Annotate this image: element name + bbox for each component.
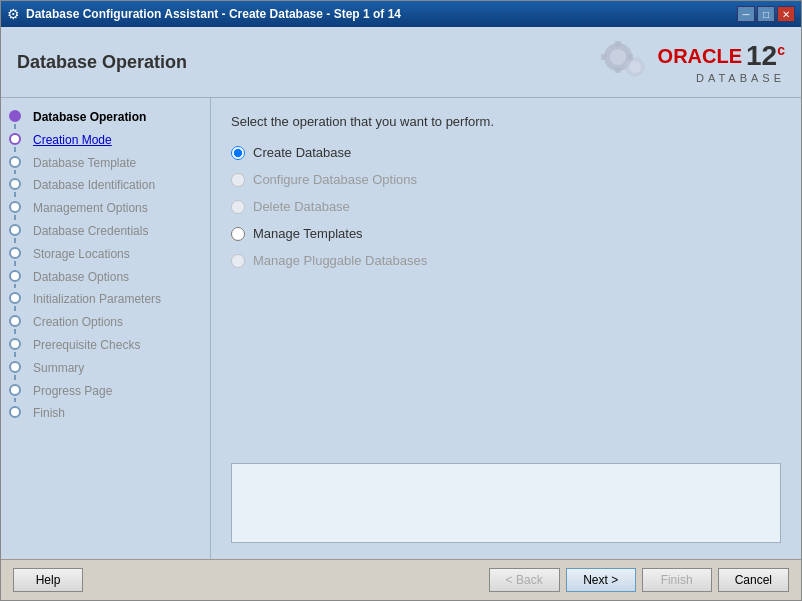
title-bar: ⚙ Database Configuration Assistant - Cre… [1,1,801,27]
oracle-database-label: DATABASE [696,72,785,84]
sidebar-item-initialization-parameters: Initialization Parameters [1,288,210,311]
label-delete-database: Delete Database [253,199,350,214]
sidebar-label-creation-options: Creation Options [29,311,210,334]
next-button[interactable]: Next > [566,568,636,592]
title-bar-left: ⚙ Database Configuration Assistant - Cre… [7,6,401,22]
radio-configure-database-options [231,173,245,187]
cancel-button[interactable]: Cancel [718,568,789,592]
svg-rect-6 [601,54,606,60]
radio-manage-templates[interactable] [231,227,245,241]
footer-left: Help [13,568,83,592]
app-icon: ⚙ [7,6,20,22]
step-dot-storage-locations [9,247,21,259]
sidebar-item-database-operation[interactable]: Database Operation [1,106,210,129]
step-dot-database-operation [9,110,21,122]
step-dot-database-template [9,156,21,168]
svg-point-3 [629,61,641,73]
sidebar-label-initialization-parameters: Initialization Parameters [29,288,210,311]
info-box [231,463,781,543]
label-manage-pluggable-databases: Manage Pluggable Databases [253,253,427,268]
step-dot-summary [9,361,21,373]
footer-right: < Back Next > Finish Cancel [489,568,789,592]
sidebar-item-database-credentials: Database Credentials [1,220,210,243]
sidebar-label-database-template: Database Template [29,152,210,175]
help-button[interactable]: Help [13,568,83,592]
step-dot-creation-mode [9,133,21,145]
main-content: Database Operation Creation Mode Databas… [1,98,801,559]
radio-item-manage-pluggable-databases: Manage Pluggable Databases [231,253,781,268]
sidebar-label-database-operation: Database Operation [29,106,210,129]
sidebar-item-finish: Finish [1,402,210,425]
svg-rect-4 [615,41,621,46]
minimize-button[interactable]: ─ [737,6,755,22]
step-dot-creation-options [9,315,21,327]
main-window: ⚙ Database Configuration Assistant - Cre… [0,0,802,601]
label-manage-templates[interactable]: Manage Templates [253,226,363,241]
svg-point-1 [610,49,626,65]
gear-decorative-icon [580,37,650,87]
sidebar-label-database-credentials: Database Credentials [29,220,210,243]
footer: Help < Back Next > Finish Cancel [1,559,801,600]
sidebar-label-progress-page: Progress Page [29,380,210,403]
oracle-branding: ORACLE 12c DATABASE [580,37,785,87]
radio-item-delete-database: Delete Database [231,199,781,214]
radio-item-create-database[interactable]: Create Database [231,145,781,160]
step-dot-progress-page [9,384,21,396]
sidebar-label-prerequisite-checks: Prerequisite Checks [29,334,210,357]
label-create-database[interactable]: Create Database [253,145,351,160]
svg-rect-7 [628,54,633,60]
window-title: Database Configuration Assistant - Creat… [26,7,401,21]
title-bar-buttons: ─ □ ✕ [737,6,795,22]
page-title: Database Operation [17,52,187,73]
sidebar-label-storage-locations: Storage Locations [29,243,210,266]
operation-radio-group: Create Database Configure Database Optio… [231,145,781,268]
step-dot-database-options [9,270,21,282]
step-dot-database-credentials [9,224,21,236]
step-dot-database-identification [9,178,21,190]
sidebar-item-database-options: Database Options [1,266,210,289]
radio-create-database[interactable] [231,146,245,160]
svg-rect-5 [615,68,621,73]
sidebar-item-database-template: Database Template [1,152,210,175]
sidebar-label-finish: Finish [29,402,210,425]
sidebar-label-management-options: Management Options [29,197,210,220]
sidebar-item-database-identification: Database Identification [1,174,210,197]
oracle-version: 12c [746,40,785,72]
sidebar-item-prerequisite-checks: Prerequisite Checks [1,334,210,357]
sidebar-item-creation-options: Creation Options [1,311,210,334]
back-button[interactable]: < Back [489,568,560,592]
sidebar-label-summary: Summary [29,357,210,380]
maximize-button[interactable]: □ [757,6,775,22]
step-dot-management-options [9,201,21,213]
step-dot-prerequisite-checks [9,338,21,350]
radio-manage-pluggable-databases [231,254,245,268]
sidebar-item-storage-locations: Storage Locations [1,243,210,266]
sidebar-label-creation-mode[interactable]: Creation Mode [29,129,210,152]
sidebar-label-database-identification: Database Identification [29,174,210,197]
radio-delete-database [231,200,245,214]
instruction-text: Select the operation that you want to pe… [231,114,781,129]
oracle-logo: ORACLE 12c DATABASE [658,40,785,84]
oracle-text: ORACLE [658,45,742,68]
sidebar-label-database-options: Database Options [29,266,210,289]
step-dot-initialization-parameters [9,292,21,304]
content-area: Select the operation that you want to pe… [211,98,801,559]
sidebar-item-management-options: Management Options [1,197,210,220]
label-configure-database-options: Configure Database Options [253,172,417,187]
sidebar-item-creation-mode[interactable]: Creation Mode [1,129,210,152]
close-button[interactable]: ✕ [777,6,795,22]
step-dot-finish [9,406,21,418]
page-header: Database Operation ORACLE 12c [1,27,801,98]
sidebar-item-summary: Summary [1,357,210,380]
sidebar: Database Operation Creation Mode Databas… [1,98,211,559]
finish-button[interactable]: Finish [642,568,712,592]
sidebar-item-progress-page: Progress Page [1,380,210,403]
radio-item-configure-database-options: Configure Database Options [231,172,781,187]
radio-item-manage-templates[interactable]: Manage Templates [231,226,781,241]
